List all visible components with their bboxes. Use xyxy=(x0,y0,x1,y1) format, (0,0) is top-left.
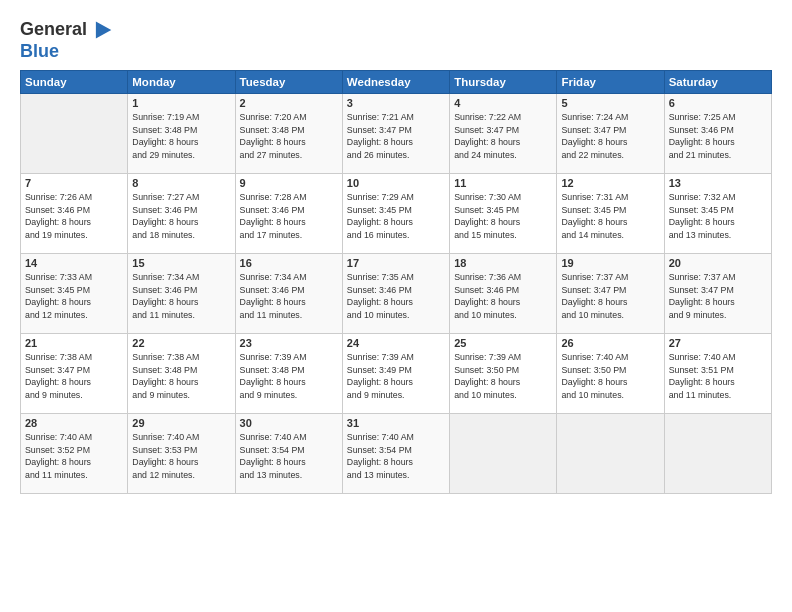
calendar-cell: 5Sunrise: 7:24 AMSunset: 3:47 PMDaylight… xyxy=(557,93,664,173)
day-number: 20 xyxy=(669,257,767,269)
header-day-wednesday: Wednesday xyxy=(342,70,449,93)
calendar-cell xyxy=(21,93,128,173)
calendar-cell: 15Sunrise: 7:34 AMSunset: 3:46 PMDayligh… xyxy=(128,253,235,333)
day-number: 5 xyxy=(561,97,659,109)
day-info: Sunrise: 7:40 AMSunset: 3:54 PMDaylight:… xyxy=(240,431,338,482)
day-info: Sunrise: 7:24 AMSunset: 3:47 PMDaylight:… xyxy=(561,111,659,162)
logo-blue: Blue xyxy=(20,42,113,62)
day-number: 3 xyxy=(347,97,445,109)
logo-triangle-icon xyxy=(89,18,113,42)
calendar-cell: 28Sunrise: 7:40 AMSunset: 3:52 PMDayligh… xyxy=(21,413,128,493)
calendar-cell: 18Sunrise: 7:36 AMSunset: 3:46 PMDayligh… xyxy=(450,253,557,333)
calendar-cell: 1Sunrise: 7:19 AMSunset: 3:48 PMDaylight… xyxy=(128,93,235,173)
day-info: Sunrise: 7:26 AMSunset: 3:46 PMDaylight:… xyxy=(25,191,123,242)
day-number: 18 xyxy=(454,257,552,269)
week-row-1: 1Sunrise: 7:19 AMSunset: 3:48 PMDaylight… xyxy=(21,93,772,173)
calendar-cell: 27Sunrise: 7:40 AMSunset: 3:51 PMDayligh… xyxy=(664,333,771,413)
day-number: 31 xyxy=(347,417,445,429)
day-info: Sunrise: 7:38 AMSunset: 3:47 PMDaylight:… xyxy=(25,351,123,402)
day-number: 29 xyxy=(132,417,230,429)
day-number: 15 xyxy=(132,257,230,269)
week-row-3: 14Sunrise: 7:33 AMSunset: 3:45 PMDayligh… xyxy=(21,253,772,333)
day-number: 23 xyxy=(240,337,338,349)
day-number: 1 xyxy=(132,97,230,109)
calendar-cell: 16Sunrise: 7:34 AMSunset: 3:46 PMDayligh… xyxy=(235,253,342,333)
calendar-header-row: SundayMondayTuesdayWednesdayThursdayFrid… xyxy=(21,70,772,93)
calendar-cell: 14Sunrise: 7:33 AMSunset: 3:45 PMDayligh… xyxy=(21,253,128,333)
calendar-table: SundayMondayTuesdayWednesdayThursdayFrid… xyxy=(20,70,772,494)
calendar-cell: 21Sunrise: 7:38 AMSunset: 3:47 PMDayligh… xyxy=(21,333,128,413)
day-number: 26 xyxy=(561,337,659,349)
day-info: Sunrise: 7:37 AMSunset: 3:47 PMDaylight:… xyxy=(669,271,767,322)
day-info: Sunrise: 7:39 AMSunset: 3:50 PMDaylight:… xyxy=(454,351,552,402)
day-number: 22 xyxy=(132,337,230,349)
day-info: Sunrise: 7:21 AMSunset: 3:47 PMDaylight:… xyxy=(347,111,445,162)
calendar-cell xyxy=(450,413,557,493)
day-info: Sunrise: 7:35 AMSunset: 3:46 PMDaylight:… xyxy=(347,271,445,322)
day-number: 7 xyxy=(25,177,123,189)
calendar-cell: 11Sunrise: 7:30 AMSunset: 3:45 PMDayligh… xyxy=(450,173,557,253)
logo-general: General xyxy=(20,19,87,39)
svg-marker-0 xyxy=(96,21,111,38)
calendar-cell xyxy=(557,413,664,493)
day-number: 19 xyxy=(561,257,659,269)
day-number: 10 xyxy=(347,177,445,189)
day-number: 9 xyxy=(240,177,338,189)
calendar-cell xyxy=(664,413,771,493)
calendar-cell: 4Sunrise: 7:22 AMSunset: 3:47 PMDaylight… xyxy=(450,93,557,173)
day-number: 13 xyxy=(669,177,767,189)
day-info: Sunrise: 7:32 AMSunset: 3:45 PMDaylight:… xyxy=(669,191,767,242)
day-info: Sunrise: 7:22 AMSunset: 3:47 PMDaylight:… xyxy=(454,111,552,162)
day-number: 21 xyxy=(25,337,123,349)
header: General Blue xyxy=(20,18,772,62)
calendar-cell: 24Sunrise: 7:39 AMSunset: 3:49 PMDayligh… xyxy=(342,333,449,413)
day-info: Sunrise: 7:40 AMSunset: 3:53 PMDaylight:… xyxy=(132,431,230,482)
calendar-cell: 10Sunrise: 7:29 AMSunset: 3:45 PMDayligh… xyxy=(342,173,449,253)
day-info: Sunrise: 7:40 AMSunset: 3:51 PMDaylight:… xyxy=(669,351,767,402)
day-info: Sunrise: 7:34 AMSunset: 3:46 PMDaylight:… xyxy=(132,271,230,322)
calendar-cell: 25Sunrise: 7:39 AMSunset: 3:50 PMDayligh… xyxy=(450,333,557,413)
calendar-cell: 12Sunrise: 7:31 AMSunset: 3:45 PMDayligh… xyxy=(557,173,664,253)
day-info: Sunrise: 7:39 AMSunset: 3:48 PMDaylight:… xyxy=(240,351,338,402)
day-info: Sunrise: 7:39 AMSunset: 3:49 PMDaylight:… xyxy=(347,351,445,402)
header-day-thursday: Thursday xyxy=(450,70,557,93)
day-number: 14 xyxy=(25,257,123,269)
calendar-cell: 23Sunrise: 7:39 AMSunset: 3:48 PMDayligh… xyxy=(235,333,342,413)
calendar-cell: 3Sunrise: 7:21 AMSunset: 3:47 PMDaylight… xyxy=(342,93,449,173)
day-info: Sunrise: 7:30 AMSunset: 3:45 PMDaylight:… xyxy=(454,191,552,242)
calendar-cell: 17Sunrise: 7:35 AMSunset: 3:46 PMDayligh… xyxy=(342,253,449,333)
calendar-cell: 19Sunrise: 7:37 AMSunset: 3:47 PMDayligh… xyxy=(557,253,664,333)
day-info: Sunrise: 7:38 AMSunset: 3:48 PMDaylight:… xyxy=(132,351,230,402)
calendar-body: 1Sunrise: 7:19 AMSunset: 3:48 PMDaylight… xyxy=(21,93,772,493)
day-info: Sunrise: 7:29 AMSunset: 3:45 PMDaylight:… xyxy=(347,191,445,242)
calendar-page: General Blue SundayMondayTuesdayWednesda… xyxy=(0,0,792,612)
header-day-sunday: Sunday xyxy=(21,70,128,93)
header-day-friday: Friday xyxy=(557,70,664,93)
week-row-2: 7Sunrise: 7:26 AMSunset: 3:46 PMDaylight… xyxy=(21,173,772,253)
week-row-5: 28Sunrise: 7:40 AMSunset: 3:52 PMDayligh… xyxy=(21,413,772,493)
day-info: Sunrise: 7:36 AMSunset: 3:46 PMDaylight:… xyxy=(454,271,552,322)
day-number: 27 xyxy=(669,337,767,349)
day-number: 30 xyxy=(240,417,338,429)
day-number: 4 xyxy=(454,97,552,109)
calendar-cell: 6Sunrise: 7:25 AMSunset: 3:46 PMDaylight… xyxy=(664,93,771,173)
day-info: Sunrise: 7:31 AMSunset: 3:45 PMDaylight:… xyxy=(561,191,659,242)
day-info: Sunrise: 7:25 AMSunset: 3:46 PMDaylight:… xyxy=(669,111,767,162)
day-number: 12 xyxy=(561,177,659,189)
header-day-tuesday: Tuesday xyxy=(235,70,342,93)
day-info: Sunrise: 7:33 AMSunset: 3:45 PMDaylight:… xyxy=(25,271,123,322)
day-info: Sunrise: 7:27 AMSunset: 3:46 PMDaylight:… xyxy=(132,191,230,242)
day-number: 24 xyxy=(347,337,445,349)
logo-text: General xyxy=(20,20,87,40)
day-number: 6 xyxy=(669,97,767,109)
week-row-4: 21Sunrise: 7:38 AMSunset: 3:47 PMDayligh… xyxy=(21,333,772,413)
logo: General Blue xyxy=(20,18,113,62)
day-info: Sunrise: 7:20 AMSunset: 3:48 PMDaylight:… xyxy=(240,111,338,162)
day-info: Sunrise: 7:40 AMSunset: 3:50 PMDaylight:… xyxy=(561,351,659,402)
header-day-saturday: Saturday xyxy=(664,70,771,93)
calendar-cell: 20Sunrise: 7:37 AMSunset: 3:47 PMDayligh… xyxy=(664,253,771,333)
calendar-cell: 8Sunrise: 7:27 AMSunset: 3:46 PMDaylight… xyxy=(128,173,235,253)
day-info: Sunrise: 7:40 AMSunset: 3:54 PMDaylight:… xyxy=(347,431,445,482)
calendar-cell: 13Sunrise: 7:32 AMSunset: 3:45 PMDayligh… xyxy=(664,173,771,253)
day-info: Sunrise: 7:19 AMSunset: 3:48 PMDaylight:… xyxy=(132,111,230,162)
